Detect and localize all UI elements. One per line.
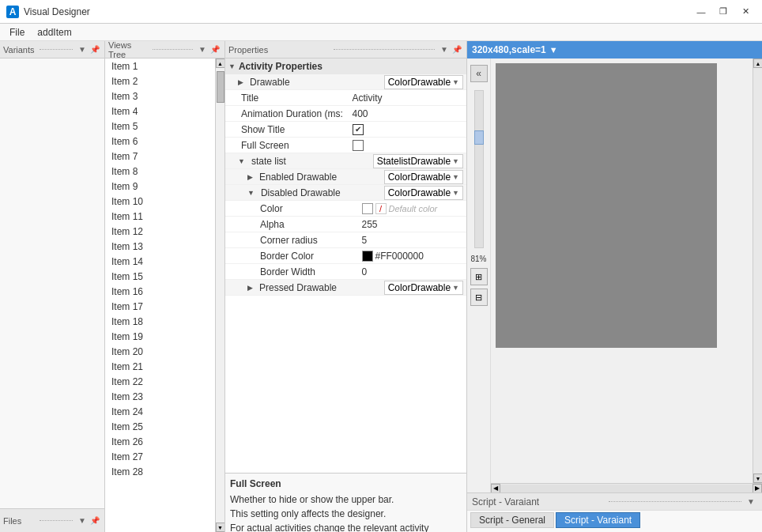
script-dotted-sep [609,501,742,502]
script-dropdown-btn[interactable]: ▼ [745,496,757,508]
color-value[interactable]: / Default color [362,203,464,214]
tree-item[interactable]: Item 21 [105,359,215,374]
disabled-drawable-row[interactable]: ▼ Disabled Drawable ColorDrawable ▼ [225,185,466,201]
scroll-thumb[interactable] [217,71,224,103]
drawable-expand-icon: ▶ [238,78,243,86]
variants-dotted-sep [40,49,73,50]
canvas-vscroll-up[interactable]: ▲ [753,58,762,68]
tab-script-varaiant[interactable]: Script - Varaiant [556,512,640,528]
preview-scale-label: 320x480,scale=1 [472,44,546,55]
show-title-checkbox[interactable]: ✔ [353,124,364,135]
enabled-value: ColorDrawable [388,172,451,183]
zoom-out-btn[interactable]: ⊟ [470,289,488,306]
canvas-container [491,58,753,483]
script-panel: Script - Varaiant ▼ Script - General Scr… [467,492,762,532]
minimize-button[interactable]: — [691,4,711,20]
tree-item[interactable]: Item 3 [105,89,215,104]
title-value[interactable]: Activity [353,92,464,104]
tree-item[interactable]: Item 7 [105,149,215,164]
activity-properties-header[interactable]: ▼ Activity Properties [225,58,466,74]
close-button[interactable]: ✕ [735,4,756,20]
full-screen-label: Full Screen [238,140,353,151]
enabled-drawable-row[interactable]: ▶ Enabled Drawable ColorDrawable ▼ [225,169,466,185]
state-list-dropdown[interactable]: StatelistDrawable ▼ [373,154,463,168]
tree-item[interactable]: Item 19 [105,329,215,344]
preview-dropdown-arrow[interactable]: ▼ [549,45,558,55]
tree-item[interactable]: Item 12 [105,224,215,239]
border-color-value[interactable]: #FF000000 [362,251,464,262]
zoom-in-btn[interactable]: ⊞ [470,268,488,285]
back-button[interactable]: « [470,65,488,82]
tree-item[interactable]: Item 22 [105,374,215,389]
canvas-vscroll[interactable]: ▲ ▼ [753,58,762,483]
props-pin-btn[interactable]: 📌 [451,43,463,56]
tree-item[interactable]: Item 20 [105,344,215,359]
tree-item[interactable]: Item 8 [105,164,215,179]
scroll-down-btn[interactable]: ▼ [216,523,225,532]
preview-toolbar: « 81% ⊞ ⊟ [467,58,491,492]
pressed-dropdown[interactable]: ColorDrawable ▼ [384,281,463,295]
tree-item[interactable]: Item 1 [105,58,215,74]
files-pin-btn[interactable]: 📌 [89,515,101,527]
vertical-slider[interactable] [474,90,484,248]
tree-item[interactable]: Item 16 [105,284,215,299]
tree-item[interactable]: Item 13 [105,239,215,254]
variants-panel: Variants ▼ 📌 Files ▼ 📌 [0,41,105,532]
animation-value[interactable]: 400 [353,108,464,119]
tree-item[interactable]: Item 2 [105,74,215,89]
h-scroll-track [500,485,753,492]
canvas-hscroll[interactable]: ◀ ▶ [491,483,762,492]
alpha-value[interactable]: 255 [362,219,464,230]
border-width-row: Border Width 0 [225,264,466,280]
state-list-row[interactable]: ▼ state list StatelistDrawable ▼ [225,153,466,169]
maximize-button[interactable]: ❐ [713,4,734,20]
properties-panel: Properties ▼ 📌 ▼ Activity Properties ▶ D… [225,41,467,532]
props-down-btn[interactable]: ▼ [438,43,451,56]
tree-item[interactable]: Item 25 [105,419,215,434]
tab-script-general[interactable]: Script - General [470,512,554,528]
variants-pin-btn[interactable]: 📌 [89,43,101,56]
window-controls: — ❐ ✕ [691,4,756,20]
state-list-value: StatelistDrawable [377,156,451,167]
canvas-hscroll-right[interactable]: ▶ [753,484,762,493]
tree-item[interactable]: Item 15 [105,269,215,284]
alpha-label: Alpha [257,219,362,230]
tree-item[interactable]: Item 17 [105,299,215,314]
tree-item[interactable]: Item 9 [105,179,215,194]
enabled-dropdown[interactable]: ColorDrawable ▼ [384,170,463,184]
tree-item[interactable]: Item 11 [105,209,215,224]
canvas-hscroll-left[interactable]: ◀ [491,484,500,493]
scroll-up-btn[interactable]: ▲ [216,58,225,68]
back-icon: « [476,68,481,79]
views-down-btn[interactable]: ▼ [196,43,209,56]
tree-item[interactable]: Item 23 [105,389,215,404]
menu-file[interactable]: File [3,25,31,40]
animation-label: Animation Duration (ms: [238,108,353,119]
tree-item[interactable]: Item 14 [105,254,215,269]
full-screen-checkbox[interactable] [353,140,364,151]
border-width-value[interactable]: 0 [362,266,464,277]
canvas-vscroll-down[interactable]: ▼ [753,474,762,483]
desc-title: Full Screen [230,477,462,491]
tree-item[interactable]: Item 5 [105,119,215,134]
files-down-btn[interactable]: ▼ [76,515,89,527]
views-tree-scrollbar[interactable]: ▲ ▼ [215,58,224,532]
tree-item[interactable]: Item 4 [105,104,215,119]
variants-down-btn[interactable]: ▼ [76,43,89,56]
tree-item[interactable]: Item 18 [105,314,215,329]
menu-add-item[interactable]: addItem [31,25,77,40]
script-tabs: Script - General Script - Varaiant [467,511,762,530]
disabled-dropdown[interactable]: ColorDrawable ▼ [384,186,463,200]
tree-item[interactable]: Item 24 [105,404,215,419]
tree-item[interactable]: Item 6 [105,134,215,149]
tree-item[interactable]: Item 28 [105,464,215,479]
tree-item[interactable]: Item 26 [105,434,215,449]
views-pin-btn[interactable]: 📌 [209,43,221,56]
tree-item[interactable]: Item 27 [105,449,215,464]
corner-radius-value[interactable]: 5 [362,235,464,246]
slider-thumb[interactable] [474,130,484,145]
drawable-dropdown[interactable]: ColorDrawable ▼ [384,75,463,89]
drawable-row[interactable]: ▶ Drawable ColorDrawable ▼ [225,74,466,90]
pressed-drawable-row[interactable]: ▶ Pressed Drawable ColorDrawable ▼ [225,280,466,296]
tree-item[interactable]: Item 10 [105,194,215,209]
